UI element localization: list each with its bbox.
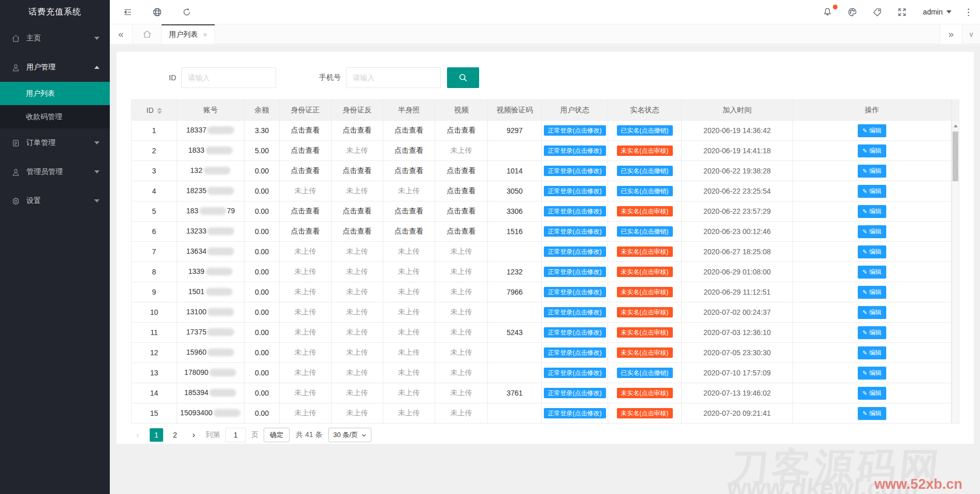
id-front-cell[interactable]: 点击查看 <box>280 161 332 181</box>
sidebar-item-user-list[interactable]: 用户列表 <box>0 82 110 105</box>
realname-status-badge[interactable]: 未实名(点击审核) <box>617 307 673 317</box>
goto-page-input[interactable] <box>225 428 246 442</box>
per-page-select[interactable]: 30 条/页 <box>328 428 371 442</box>
realname-status-badge[interactable]: 未实名(点击审核) <box>617 388 673 398</box>
edit-button[interactable]: ✎编辑 <box>858 367 886 380</box>
id-front-cell[interactable]: 点击查看 <box>280 141 332 161</box>
user-status-badge[interactable]: 正常登录(点击修改) <box>544 267 606 277</box>
realname-status-badge[interactable]: 已实名(点击撤销) <box>617 186 673 196</box>
edit-button[interactable]: ✎编辑 <box>858 225 886 238</box>
half-photo-cell[interactable]: 点击查看 <box>383 141 435 161</box>
user-status-badge[interactable]: 正常登录(点击修改) <box>544 347 606 358</box>
next-page-button[interactable]: › <box>187 428 200 442</box>
id-front-cell[interactable]: 点击查看 <box>280 222 332 242</box>
video-cell[interactable]: 点击查看 <box>435 161 488 181</box>
realname-status-badge[interactable]: 已实名(点击撤销) <box>617 166 673 176</box>
realname-status-badge[interactable]: 未实名(点击审核) <box>617 206 673 216</box>
user-status-badge[interactable]: 正常登录(点击修改) <box>544 226 606 237</box>
half-photo-cell[interactable]: 点击查看 <box>383 121 435 141</box>
fullscreen-icon[interactable] <box>896 6 909 18</box>
realname-status-badge[interactable]: 未实名(点击审核) <box>617 408 673 418</box>
video-cell[interactable]: 点击查看 <box>435 222 488 242</box>
user-status-badge[interactable]: 正常登录(点击修改) <box>544 287 606 297</box>
user-status-badge[interactable]: 正常登录(点击修改) <box>544 166 606 176</box>
realname-status-badge[interactable]: 未实名(点击审核) <box>617 146 673 156</box>
id-back-cell[interactable]: 点击查看 <box>332 222 383 242</box>
realname-status-badge[interactable]: 未实名(点击审核) <box>617 287 673 297</box>
user-status-badge[interactable]: 正常登录(点击修改) <box>544 327 606 338</box>
edit-button[interactable]: ✎编辑 <box>858 387 886 400</box>
tab-options-dropdown-icon[interactable]: ∨ <box>962 24 980 44</box>
sidebar-item-user-management[interactable]: 用户管理 <box>0 53 110 82</box>
sidebar-item-payment-code[interactable]: 收款码管理 <box>0 105 110 128</box>
realname-status-badge[interactable]: 未实名(点击审核) <box>617 327 673 338</box>
user-status-badge[interactable]: 正常登录(点击修改) <box>544 368 606 378</box>
id-front-cell[interactable]: 点击查看 <box>280 121 332 141</box>
page-2-button[interactable]: 2 <box>168 428 182 442</box>
sidebar-item-settings[interactable]: 设置 <box>0 186 110 215</box>
sidebar-item-admin-management[interactable]: 管理员管理 <box>0 157 110 186</box>
half-photo-cell[interactable]: 点击查看 <box>383 161 435 181</box>
realname-status-badge[interactable]: 未实名(点击审核) <box>617 347 673 358</box>
goto-confirm-button[interactable]: 确定 <box>264 428 290 442</box>
sidebar-item-home[interactable]: 主页 <box>0 24 110 53</box>
edit-button[interactable]: ✎编辑 <box>858 266 886 279</box>
edit-button[interactable]: ✎编辑 <box>858 346 886 359</box>
edit-button[interactable]: ✎编辑 <box>858 124 886 137</box>
user-status-badge[interactable]: 正常登录(点击修改) <box>544 146 606 156</box>
realname-status-badge[interactable]: 未实名(点击审核) <box>617 246 673 257</box>
table-scrollbar[interactable] <box>952 121 959 424</box>
scroll-up-arrow-icon[interactable] <box>954 124 958 127</box>
prev-page-button[interactable]: ‹ <box>131 428 145 442</box>
user-status-badge[interactable]: 正常登录(点击修改) <box>544 125 606 136</box>
user-status-badge[interactable]: 正常登录(点击修改) <box>544 206 606 216</box>
more-menu-icon[interactable]: ⋮ <box>964 8 973 17</box>
user-status-badge[interactable]: 正常登录(点击修改) <box>544 408 606 418</box>
collapse-sidebar-icon[interactable] <box>121 6 134 18</box>
id-back-cell[interactable]: 点击查看 <box>332 201 383 222</box>
user-status-badge[interactable]: 正常登录(点击修改) <box>544 388 606 398</box>
id-back-cell[interactable]: 点击查看 <box>332 161 383 181</box>
phone-search-input[interactable] <box>346 67 441 88</box>
half-photo-cell[interactable]: 点击查看 <box>383 222 435 242</box>
id-search-input[interactable] <box>181 67 276 88</box>
half-photo-cell[interactable]: 点击查看 <box>383 201 435 222</box>
id-back-cell[interactable]: 点击查看 <box>332 121 383 141</box>
realname-status-badge[interactable]: 已实名(点击撤销) <box>617 226 673 237</box>
edit-button[interactable]: ✎编辑 <box>858 407 886 420</box>
id-front-cell[interactable]: 点击查看 <box>280 201 332 222</box>
tab-close-icon[interactable]: × <box>203 31 207 39</box>
user-status-badge[interactable]: 正常登录(点击修改) <box>544 307 606 317</box>
search-button[interactable] <box>447 67 479 88</box>
tag-icon[interactable] <box>871 6 884 18</box>
scroll-tabs-right-icon[interactable]: » <box>940 24 962 44</box>
edit-button[interactable]: ✎编辑 <box>858 245 886 258</box>
edit-button[interactable]: ✎编辑 <box>858 205 886 218</box>
video-cell[interactable]: 点击查看 <box>435 181 488 201</box>
realname-status-badge[interactable]: 已实名(点击撤销) <box>617 125 673 136</box>
theme-palette-icon[interactable] <box>846 6 859 18</box>
refresh-icon[interactable] <box>180 6 193 18</box>
user-status-badge[interactable]: 正常登录(点击修改) <box>544 186 606 196</box>
edit-button[interactable]: ✎编辑 <box>858 326 886 339</box>
video-cell[interactable]: 点击查看 <box>435 201 488 222</box>
globe-icon[interactable] <box>151 6 163 18</box>
edit-button[interactable]: ✎编辑 <box>858 306 886 319</box>
column-header[interactable]: ID <box>132 100 177 121</box>
scrollbar-thumb[interactable] <box>953 132 958 181</box>
user-status-badge[interactable]: 正常登录(点击修改) <box>544 246 606 257</box>
scroll-tabs-left-icon[interactable]: « <box>110 24 133 44</box>
edit-button[interactable]: ✎编辑 <box>858 185 886 198</box>
sort-icon[interactable] <box>157 108 162 114</box>
notifications-bell-icon[interactable] <box>822 6 834 18</box>
realname-status-badge[interactable]: 未实名(点击审核) <box>617 267 673 277</box>
tab-home[interactable] <box>133 24 162 44</box>
edit-button[interactable]: ✎编辑 <box>858 286 886 299</box>
user-menu[interactable]: admin <box>923 8 952 16</box>
realname-status-badge[interactable]: 已实名(点击撤销) <box>617 368 673 378</box>
tab-user-list[interactable]: 用户列表 × <box>162 24 215 44</box>
edit-button[interactable]: ✎编辑 <box>858 165 886 178</box>
page-1-button[interactable]: 1 <box>150 428 163 442</box>
video-cell[interactable]: 点击查看 <box>435 121 488 141</box>
edit-button[interactable]: ✎编辑 <box>858 144 886 157</box>
